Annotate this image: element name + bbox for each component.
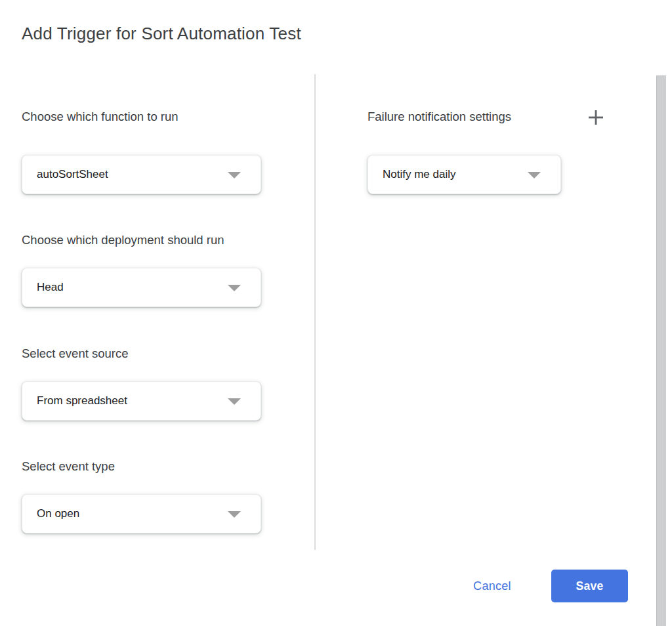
chevron-down-icon bbox=[228, 285, 241, 291]
event-type-select-value: On open bbox=[37, 507, 79, 520]
chevron-down-icon bbox=[228, 172, 241, 178]
dialog-title: Add Trigger for Sort Automation Test bbox=[22, 24, 301, 44]
chevron-down-icon bbox=[528, 172, 541, 178]
cancel-button[interactable]: Cancel bbox=[453, 570, 532, 602]
plus-icon bbox=[587, 108, 605, 127]
add-trigger-dialog: Add Trigger for Sort Automation Test Cho… bbox=[0, 0, 672, 626]
deployment-field-label: Choose which deployment should run bbox=[22, 232, 224, 249]
failure-notification-header: Failure notification settings bbox=[368, 108, 511, 125]
column-divider bbox=[314, 74, 316, 550]
chevron-down-icon bbox=[228, 398, 241, 405]
deployment-select-value: Head bbox=[37, 281, 64, 294]
function-field-label: Choose which function to run bbox=[22, 108, 178, 125]
event-source-select[interactable]: From spreadsheet bbox=[22, 381, 261, 421]
chevron-down-icon bbox=[228, 511, 241, 518]
event-source-field-label: Select event source bbox=[22, 345, 128, 362]
function-select[interactable]: autoSortSheet bbox=[22, 155, 261, 194]
function-select-value: autoSortSheet bbox=[37, 168, 108, 181]
save-button[interactable]: Save bbox=[551, 570, 628, 602]
deployment-select[interactable]: Head bbox=[22, 268, 261, 307]
event-type-select[interactable]: On open bbox=[22, 494, 261, 533]
notification-frequency-value: Notify me daily bbox=[383, 168, 455, 181]
event-source-select-value: From spreadsheet bbox=[37, 394, 127, 407]
add-notification-button[interactable] bbox=[585, 107, 606, 128]
event-type-field-label: Select event type bbox=[22, 458, 115, 475]
vertical-scrollbar[interactable] bbox=[656, 75, 666, 626]
notification-frequency-select[interactable]: Notify me daily bbox=[368, 155, 561, 194]
